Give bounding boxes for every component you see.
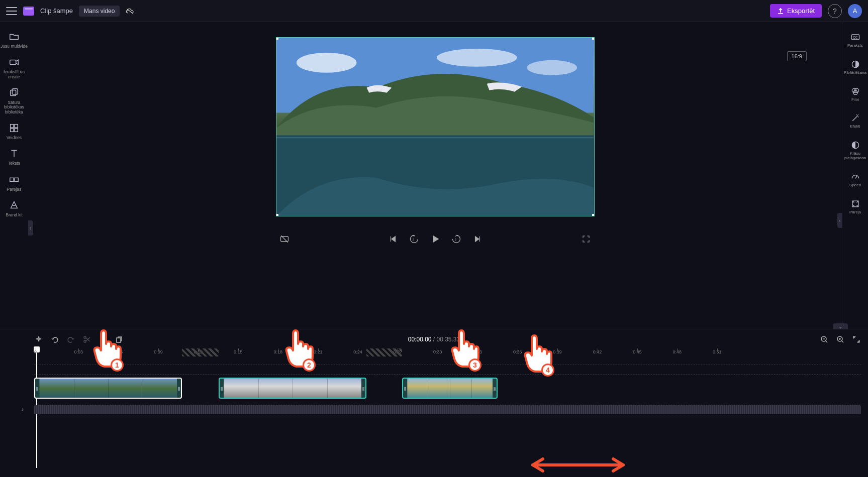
clip-grip-right[interactable]: || xyxy=(361,379,365,398)
transitions-icon xyxy=(9,174,20,185)
panel-item-label: Filtri xyxy=(851,98,859,102)
clip-thumbnail xyxy=(74,379,109,398)
gap-region[interactable] xyxy=(366,348,402,356)
ruler-tick: 0:24 xyxy=(353,349,362,354)
panel-item-pareja[interactable]: Pāreja xyxy=(842,196,869,218)
skip-forward-icon[interactable] xyxy=(472,233,483,245)
clip-grip-left[interactable]: || xyxy=(403,379,407,398)
play-button[interactable] xyxy=(430,233,441,245)
project-name-chip[interactable]: Mans video xyxy=(79,6,120,17)
export-button[interactable]: Eksportēt xyxy=(770,4,822,18)
skip-back-icon[interactable] xyxy=(388,233,399,245)
rewind-icon[interactable]: 5 xyxy=(409,233,420,245)
sidebar-item-label: Brand kit xyxy=(6,213,23,217)
sidebar-item-record[interactable]: Ierakstīt un create xyxy=(0,53,28,83)
panel-item-captions[interactable]: CC Paraksts xyxy=(842,29,869,51)
sidebar-item-library[interactable]: Satura bibliotēkas bibliotēka xyxy=(0,83,28,118)
sidebar-item-media[interactable]: Jūsu multivide xyxy=(0,27,28,53)
clip-thumbnail xyxy=(143,379,177,398)
timeline-collapse-tab[interactable]: ⌄ xyxy=(833,323,848,329)
resize-handle-tr[interactable] xyxy=(592,37,595,40)
aspect-ratio-chip[interactable]: 16:9 xyxy=(787,51,807,61)
fit-icon[interactable] xyxy=(852,335,861,344)
audio-waveform[interactable] xyxy=(34,405,861,414)
video-track[interactable]: ||||Skaists Dabas norvēģijas dabas ainav… xyxy=(34,378,861,401)
clip-2[interactable]: |||| xyxy=(219,378,366,399)
svg-rect-0 xyxy=(10,60,16,65)
panel-item-audio[interactable]: Pārlādēšana xyxy=(842,56,869,78)
ruler-tick: 0:48 xyxy=(673,349,682,354)
ruler-tick: 0:03 xyxy=(74,349,83,354)
svg-point-11 xyxy=(436,49,516,67)
app-logo-icon xyxy=(23,7,34,16)
duplicate-icon[interactable] xyxy=(115,335,124,344)
ruler-tick: 0:15 xyxy=(234,349,243,354)
undo-icon[interactable] xyxy=(50,335,59,344)
clip-thumbnail xyxy=(39,379,74,398)
trash-icon[interactable] xyxy=(99,335,108,344)
video-preview[interactable] xyxy=(276,37,595,216)
resize-handle-br[interactable] xyxy=(592,214,595,216)
resize-handle-tl[interactable] xyxy=(276,37,278,40)
audio-track[interactable]: ♪ xyxy=(34,405,861,414)
clip-grip-right[interactable]: || xyxy=(493,379,497,398)
menu-icon[interactable] xyxy=(6,7,17,15)
clip-grip-right[interactable]: || xyxy=(177,379,181,398)
clip-grip-left[interactable]: || xyxy=(220,379,224,398)
sidebar-item-transitions[interactable]: Pārejas xyxy=(0,170,28,196)
avatar[interactable]: A xyxy=(848,4,862,18)
track-lane-empty[interactable] xyxy=(34,365,861,375)
ruler-tick: 0:18 xyxy=(273,349,282,354)
auto-sparkle-icon[interactable] xyxy=(34,335,43,344)
sidebar-item-brandkit[interactable]: Brand kit xyxy=(0,196,28,221)
sidebar-item-text[interactable]: Teksts xyxy=(0,144,28,170)
fullscreen-icon[interactable] xyxy=(581,233,592,245)
preview-frame-image xyxy=(276,38,594,216)
gap-region[interactable] xyxy=(182,348,219,356)
svg-rect-2 xyxy=(12,89,18,94)
speedometer-icon xyxy=(850,172,860,182)
resize-handle-bl[interactable] xyxy=(276,214,278,216)
svg-rect-1 xyxy=(11,90,16,96)
zoom-out-icon[interactable] xyxy=(820,335,829,344)
help-icon[interactable]: ? xyxy=(828,4,842,18)
panel-item-label: Pāreja xyxy=(849,210,861,215)
timeline-ruler[interactable]: 00:030:060:090:120:150:180:210:240:270:3… xyxy=(34,349,861,361)
clip-1[interactable]: ||||Skaists Dabas norvēģijas dabas ainav… xyxy=(34,378,182,399)
redo-icon[interactable] xyxy=(66,335,75,344)
ruler-tick: 0:06 xyxy=(114,349,123,354)
panel-item-effects[interactable]: Efekti xyxy=(842,110,869,132)
export-button-label: Eksportēt xyxy=(787,7,815,15)
drag-arrow-annotation xyxy=(528,455,628,475)
svg-rect-8 xyxy=(15,178,18,181)
zoom-in-icon[interactable] xyxy=(836,335,845,344)
scissors-icon[interactable] xyxy=(82,335,91,344)
brandkit-icon xyxy=(9,200,20,211)
forward-icon[interactable]: 5 xyxy=(451,233,462,245)
wand-icon xyxy=(850,113,860,123)
panel-item-label: Efekti xyxy=(850,125,860,129)
panel-item-speed[interactable]: Speed xyxy=(842,169,869,191)
ruler-tick: 0:21 xyxy=(314,349,323,354)
crop-icon xyxy=(850,199,860,209)
right-rail-expand-tab[interactable]: ‹ xyxy=(837,213,842,228)
svg-point-26 xyxy=(84,340,86,342)
panel-item-filters[interactable]: Filtri xyxy=(842,83,869,105)
sidebar-item-label: Veidnes xyxy=(7,136,22,140)
svg-rect-3 xyxy=(11,125,14,128)
sidebar-item-label: Ierakstīt un create xyxy=(0,70,28,79)
panel-item-color[interactable]: Krāsu pielāgošana xyxy=(842,137,869,164)
svg-rect-4 xyxy=(15,125,18,128)
hide-preview-icon[interactable] xyxy=(279,233,290,245)
clip-thumbnail xyxy=(407,379,429,398)
clip-grip-left[interactable]: || xyxy=(35,379,39,398)
svg-point-10 xyxy=(296,53,356,73)
player-controls: 5 5 xyxy=(276,233,595,245)
sidebar-item-templates[interactable]: Veidnes xyxy=(0,118,28,144)
clip-thumbnail xyxy=(429,379,450,398)
ruler-tick: 0 xyxy=(34,349,37,354)
clip-thumbnail xyxy=(224,379,258,398)
upload-icon xyxy=(777,8,784,15)
ruler-tick: 0:45 xyxy=(633,349,642,354)
clip-3[interactable]: |||| xyxy=(402,378,498,399)
